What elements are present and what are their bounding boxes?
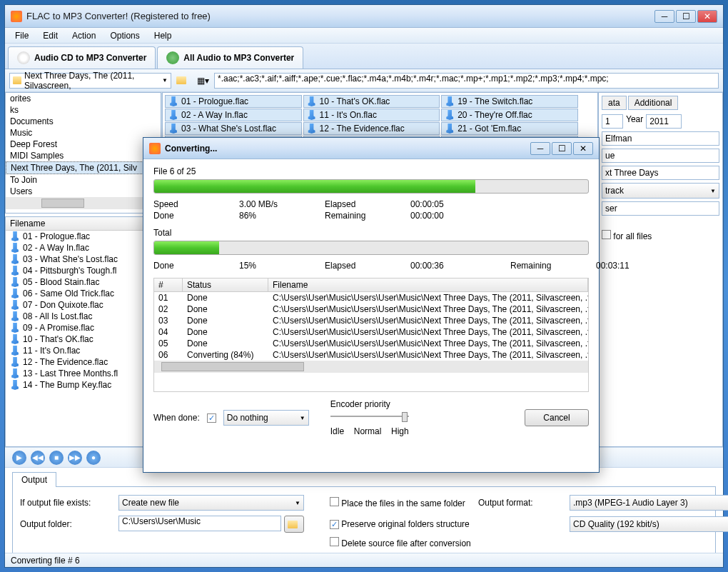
tab-additional[interactable]: Additional: [628, 96, 679, 110]
output-panel: Output If output file exists: Create new…: [5, 467, 723, 553]
album-input[interactable]: [602, 166, 719, 180]
list-item[interactable]: 03 - What She's Lost.flac: [6, 254, 161, 265]
format-dropdown[interactable]: .mp3 (MPEG-1 Audio Layer 3)▼: [570, 495, 728, 511]
output-tab[interactable]: Output: [12, 472, 56, 487]
year-input[interactable]: [646, 114, 682, 129]
list-item[interactable]: 02 - A Way In.flac: [6, 242, 161, 254]
folder-tree[interactable]: orites ks Documents Music Deep Forest MI…: [5, 92, 161, 214]
forall-checkbox[interactable]: [602, 230, 611, 239]
when-done-checkbox[interactable]: [207, 413, 216, 423]
play-button[interactable]: ▶: [12, 451, 26, 465]
file-item[interactable]: 02 - A Way In.flac: [165, 109, 302, 121]
file-progress-label: File 6 of 25: [153, 166, 589, 176]
folder-dropdown[interactable]: Next Three Days, The (2011, Silvascreen,…: [9, 73, 171, 89]
table-row[interactable]: 03DoneC:\Users\User\Music\Users\User\Mus…: [154, 315, 588, 326]
file-item[interactable]: 10 - That's OK.flac: [303, 95, 440, 108]
close-button[interactable]: ✕: [697, 10, 717, 23]
file-item[interactable]: 03 - What She's Lost.flac: [165, 122, 302, 135]
tab-audio-cd[interactable]: Audio CD to MP3 Converter: [8, 46, 156, 69]
table-row[interactable]: 05DoneC:\Users\User\Music\Users\User\Mus…: [154, 338, 588, 349]
list-item[interactable]: 14 - The Bump Key.flac: [6, 379, 161, 391]
cancel-button[interactable]: Cancel: [525, 409, 589, 426]
scrollbar[interactable]: [6, 197, 161, 209]
menu-file[interactable]: File: [8, 29, 36, 42]
next-button[interactable]: ▶▶: [68, 451, 82, 465]
table-row[interactable]: 02DoneC:\Users\User\Music\Users\User\Mus…: [154, 303, 588, 315]
filelist-header[interactable]: Filename: [6, 217, 161, 231]
tree-item[interactable]: Documents: [6, 116, 161, 127]
stop-button[interactable]: ■: [49, 451, 64, 465]
browse-button[interactable]: [284, 516, 304, 533]
samef-checkbox[interactable]: [330, 497, 339, 506]
filter-input[interactable]: *.aac;*.ac3;*.aif;*.aiff;*.ape;*.cue;*.f…: [214, 73, 719, 89]
table-row[interactable]: 04DoneC:\Users\User\Music\Users\User\Mus…: [154, 326, 588, 338]
menu-options[interactable]: Options: [103, 29, 146, 42]
list-item[interactable]: 07 - Don Quixote.flac: [6, 299, 161, 311]
tree-item[interactable]: Users: [6, 186, 161, 197]
slider-thumb[interactable]: [402, 412, 408, 422]
tree-item[interactable]: MIDI Samples: [6, 150, 161, 161]
rec-button[interactable]: ●: [86, 451, 101, 465]
tree-item[interactable]: Music: [6, 127, 161, 139]
genre-input[interactable]: [602, 149, 719, 163]
tree-item[interactable]: orites: [6, 93, 161, 104]
folder-input[interactable]: C:\Users\User\Music: [118, 516, 281, 531]
note-icon: [10, 288, 20, 298]
when-done-dropdown[interactable]: Do nothing▼: [223, 410, 309, 426]
tree-item[interactable]: Deep Forest: [6, 139, 161, 150]
table-row[interactable]: 01DoneC:\Users\User\Music\Users\User\Mus…: [154, 292, 588, 303]
table-scrollbar[interactable]: [154, 361, 588, 373]
list-item[interactable]: 08 - All Is Lost.flac: [6, 311, 161, 322]
menu-help[interactable]: Help: [147, 29, 179, 42]
menu-action[interactable]: Action: [65, 29, 103, 42]
scrollbar-thumb[interactable]: [161, 362, 304, 371]
list-item[interactable]: 09 - A Promise.flac: [6, 322, 161, 333]
list-item[interactable]: 10 - That's OK.flac: [6, 333, 161, 345]
prev-button[interactable]: ◀◀: [31, 451, 45, 465]
list-item[interactable]: 06 - Same Old Trick.flac: [6, 288, 161, 299]
list-item[interactable]: 13 - Last Three Months.fl: [6, 368, 161, 379]
dialog-close[interactable]: ✕: [573, 142, 593, 155]
note-icon: [10, 243, 20, 253]
artist-input[interactable]: [602, 131, 719, 146]
total-label: Total: [153, 228, 589, 238]
list-item[interactable]: 12 - The Evidence.flac: [6, 356, 161, 368]
file-item[interactable]: 11 - It's On.flac: [303, 109, 440, 121]
file-item[interactable]: 01 - Prologue.flac: [165, 95, 302, 108]
scrollbar-thumb[interactable]: [41, 199, 84, 208]
note-icon: [10, 346, 20, 356]
composer-input[interactable]: [602, 201, 719, 216]
nav-button[interactable]: [174, 72, 191, 89]
track-input[interactable]: [602, 114, 623, 129]
preserve-checkbox[interactable]: [330, 520, 339, 529]
file-item[interactable]: 20 - They're Off.flac: [441, 109, 578, 121]
note-icon: [10, 323, 20, 333]
dialog-maximize[interactable]: ☐: [552, 142, 572, 155]
list-item[interactable]: 01 - Prologue.flac: [6, 231, 161, 242]
file-item[interactable]: 12 - The Evidence.flac: [303, 122, 440, 135]
tab-data[interactable]: ata: [602, 96, 627, 110]
note-icon: [168, 96, 178, 106]
list-item[interactable]: 04 - Pittsburgh's Tough.fl: [6, 265, 161, 276]
delete-checkbox[interactable]: [330, 537, 339, 546]
tree-item[interactable]: To Join: [6, 174, 161, 186]
dialog-minimize[interactable]: ─: [530, 142, 550, 155]
table-row[interactable]: 06Converting (84%)C:\Users\User\Music\Us…: [154, 349, 588, 361]
tree-item[interactable]: ks: [6, 104, 161, 116]
file-item[interactable]: 21 - Got 'Em.flac: [441, 122, 578, 135]
view-button[interactable]: ▦▾: [194, 72, 211, 89]
albumtype-dropdown[interactable]: track▼: [602, 183, 719, 199]
tab-all-audio[interactable]: All Audio to MP3 Converter: [157, 46, 303, 69]
tree-item-selected[interactable]: Next Three Days, The (2011, Silv: [6, 161, 161, 174]
maximize-button[interactable]: ☐: [676, 10, 696, 23]
note-icon: [168, 110, 178, 120]
menu-edit[interactable]: Edit: [36, 29, 65, 42]
list-item[interactable]: 11 - It's On.flac: [6, 345, 161, 356]
file-item[interactable]: 19 - The Switch.flac: [441, 95, 578, 108]
exists-dropdown[interactable]: Create new file▼: [118, 495, 304, 511]
priority-slider[interactable]: [330, 409, 409, 423]
chevron-down-icon: ▼: [162, 77, 168, 84]
list-item[interactable]: 05 - Blood Stain.flac: [6, 276, 161, 288]
minimize-button[interactable]: ─: [654, 10, 674, 23]
quality-dropdown[interactable]: CD Quality (192 kbit/s)▼: [570, 516, 728, 532]
